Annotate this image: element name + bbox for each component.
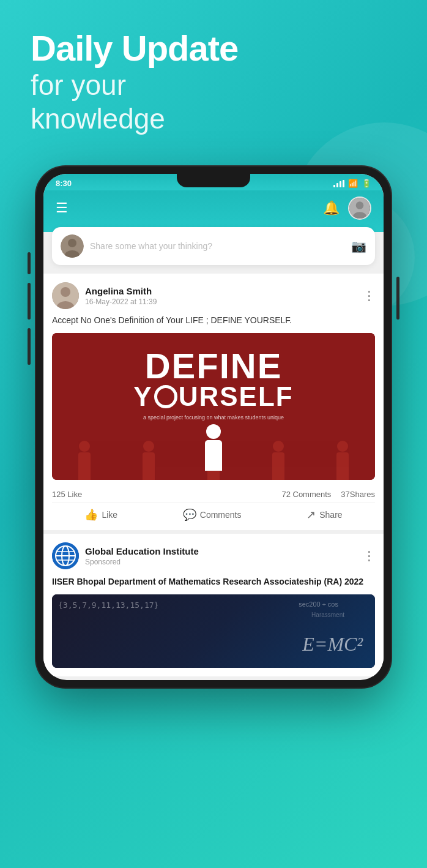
post-text-1: Accept No One's Definition of Your LIFE … (52, 314, 375, 327)
comment-icon: 💬 (183, 508, 196, 522)
sponsored-header: Global Education Institute Sponsored ⋮ (52, 542, 375, 569)
status-icons: 📶 🔋 (333, 179, 371, 188)
post-user-meta-1: Angelina Smith 16-May-2022 at 11:39 (85, 286, 157, 306)
math-formula-2: sec200 ÷ cos (299, 600, 338, 608)
bg-person-head-5 (337, 441, 348, 452)
sponsored-post-title: IISER Bhopal Department of Mathematics R… (52, 575, 375, 588)
post-input-placeholder[interactable]: Share some what your thinking? (90, 241, 345, 251)
math-background: {3,5,7,9,11,13,15,17} E=MC² sec200 ÷ cos… (52, 594, 375, 668)
svg-point-4 (68, 239, 76, 247)
post-user-name-1: Angelina Smith (85, 286, 157, 296)
thumbs-up-icon: 👍 (84, 508, 98, 522)
comments-label: Comments (200, 510, 242, 520)
phone-side-buttons (28, 252, 31, 365)
post-input-area[interactable]: Share some what your thinking? 📷 (52, 227, 375, 265)
post-card-1: Angelina Smith 16-May-2022 at 11:39 ⋮ Ac… (43, 274, 384, 530)
comments-button[interactable]: 💬 Comments (183, 508, 242, 522)
power-button (28, 252, 31, 274)
bg-person-body-5 (336, 452, 349, 480)
post-menu-1[interactable]: ⋮ (363, 288, 375, 303)
math-numbers-text: {3,5,7,9,11,13,15,17} (58, 600, 158, 610)
like-label: Like (102, 510, 117, 520)
hero-section: Daily Update for your knowledge (0, 0, 427, 148)
phone-notch (177, 174, 250, 187)
angelina-avatar (52, 282, 79, 309)
shares-count: 37Shares (341, 490, 375, 499)
menu-button[interactable]: ☰ (56, 200, 68, 216)
sponsored-org-meta: Global Education Institute Sponsored (85, 546, 199, 566)
app-header: ☰ 🔔 (43, 190, 384, 232)
bg-person-head-1 (79, 441, 90, 452)
yourself-y: Y (133, 381, 152, 412)
signal-bar-2 (336, 183, 338, 187)
right-side-button (396, 277, 399, 320)
svg-point-7 (61, 287, 70, 297)
sponsored-user-info: Global Education Institute Sponsored (52, 542, 199, 569)
signal-bar-4 (343, 180, 344, 187)
org-name: Global Education Institute (85, 546, 199, 556)
battery-icon: 🔋 (362, 179, 371, 188)
hero-title: Daily Update (31, 31, 396, 66)
sponsored-post-image: {3,5,7,9,11,13,15,17} E=MC² sec200 ÷ cos… (52, 594, 375, 668)
share-label: Share (319, 510, 342, 520)
yourself-urself: URSELF (179, 381, 294, 412)
bg-person-body-1 (78, 452, 91, 480)
status-time: 8:30 (56, 179, 72, 188)
main-figure (133, 424, 293, 471)
define-subtitle: a special project focusing on what makes… (133, 414, 293, 421)
define-text: DEFINE (133, 348, 293, 384)
post-stats-1: 125 Like 72 Comments 37Shares (52, 486, 375, 503)
post-user-time-1: 16-May-2022 at 11:39 (85, 297, 157, 306)
signal-bar-1 (333, 185, 335, 187)
svg-point-1 (356, 202, 364, 210)
volume-up-button (28, 283, 31, 320)
feed: Angelina Smith 16-May-2022 at 11:39 ⋮ Ac… (43, 274, 384, 676)
phone-mockup: 8:30 📶 🔋 ☰ 🔔 (0, 166, 427, 687)
post-actions-1: 👍 Like 💬 Comments ↗ Share (52, 508, 375, 522)
signal-icon (333, 180, 344, 187)
user-avatar[interactable] (348, 196, 371, 220)
phone-body: 8:30 📶 🔋 ☰ 🔔 (36, 166, 391, 687)
likes-count: 125 Like (52, 490, 82, 499)
hero-subtitle: for your knowledge (31, 69, 396, 136)
math-formula-3: Harassment (311, 612, 344, 618)
phone-screen: 8:30 📶 🔋 ☰ 🔔 (43, 174, 384, 680)
like-button[interactable]: 👍 Like (84, 508, 117, 522)
sponsored-badge: Sponsored (85, 558, 199, 566)
share-icon: ↗ (306, 508, 316, 522)
post-header-1: Angelina Smith 16-May-2022 at 11:39 ⋮ (52, 282, 375, 309)
post-input-avatar (61, 234, 84, 258)
post-image-1: DEFINE Y URSELF a special project focusi… (52, 333, 375, 480)
define-yourself-graphic: DEFINE Y URSELF a special project focusi… (52, 333, 375, 480)
angelina-avatar-image (52, 282, 79, 309)
bg-person-1 (78, 441, 91, 480)
user-avatar-image (349, 198, 370, 219)
stats-right: 72 Comments 37Shares (281, 490, 375, 499)
volume-down-button (28, 328, 31, 365)
figure-head (206, 424, 221, 439)
comments-count: 72 Comments (281, 490, 331, 499)
yourself-text: Y URSELF (133, 381, 293, 412)
wifi-icon: 📶 (348, 179, 358, 188)
signal-bar-3 (340, 181, 341, 187)
emc2-formula: E=MC² (302, 633, 363, 656)
sponsored-card: Global Education Institute Sponsored ⋮ I… (43, 534, 384, 676)
camera-icon[interactable]: 📷 (351, 239, 366, 253)
header-right: 🔔 (323, 196, 371, 220)
post-user-info-1: Angelina Smith 16-May-2022 at 11:39 (52, 282, 157, 309)
yourself-o-circle (154, 385, 177, 408)
share-button[interactable]: ↗ Share (306, 508, 342, 522)
notification-bell-icon[interactable]: 🔔 (323, 200, 340, 216)
bg-person-5 (336, 441, 349, 480)
sponsored-menu[interactable]: ⋮ (363, 548, 375, 563)
figure-body (205, 440, 222, 471)
organization-logo (52, 542, 79, 569)
